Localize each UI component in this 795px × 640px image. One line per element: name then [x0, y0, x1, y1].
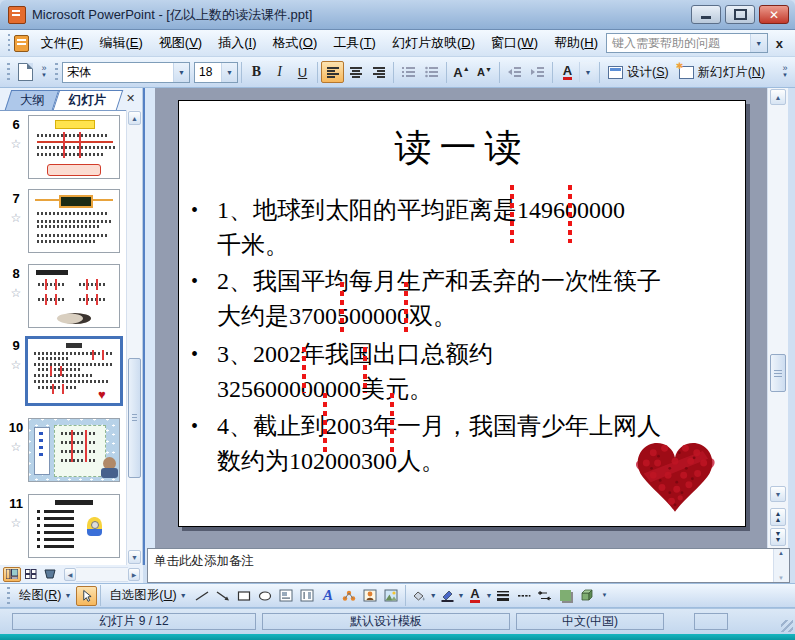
italic-button[interactable]: I	[268, 61, 291, 83]
scroll-down-icon[interactable]: ▼	[775, 575, 787, 581]
slide-canvas[interactable]: 读一读 •1、地球到太阳的平均距离是149600000 千米。 •2、我国平均每…	[178, 100, 746, 527]
insert-picture-button[interactable]	[381, 586, 402, 606]
chevron-down-icon[interactable]: ▼	[221, 63, 237, 82]
previous-slide-button[interactable]: ▲▲	[770, 508, 786, 526]
oval-tool-button[interactable]	[255, 586, 276, 606]
toolbar-overflow-icon[interactable]: ▼	[597, 584, 611, 608]
align-center-button[interactable]	[344, 61, 367, 83]
line-color-button[interactable]	[437, 586, 458, 606]
increase-font-size-button[interactable]: A▲	[450, 61, 473, 83]
font-color-button[interactable]: A	[556, 61, 579, 83]
decrease-font-size-button[interactable]: A▼	[473, 61, 496, 83]
next-slide-button[interactable]: ▼▼	[770, 528, 786, 546]
help-input[interactable]: 键入需要帮助的问题 ▼	[606, 33, 768, 53]
status-language[interactable]: 中文(中国)	[516, 613, 664, 630]
menu-insert[interactable]: 插入(I)	[210, 31, 264, 55]
align-left-button[interactable]	[321, 61, 344, 83]
underline-button[interactable]: U	[291, 61, 314, 83]
chevron-down-icon[interactable]: ▼	[486, 592, 493, 599]
panel-horizontal-scrollbar[interactable]: ◀ ▶	[64, 567, 140, 582]
bullet-item[interactable]: •1、地球到太阳的平均距离是149600000 千米。	[191, 193, 731, 263]
font-name-select[interactable]: 宋体▼	[62, 62, 190, 83]
draw-menu-button[interactable]: 绘图(R)▼	[14, 585, 76, 606]
scrollbar-thumb[interactable]	[128, 358, 141, 478]
3d-style-button[interactable]	[576, 586, 597, 606]
diagram-button[interactable]	[339, 586, 360, 606]
scrollbar-track[interactable]	[76, 567, 128, 582]
menu-view[interactable]: 视图(V)	[151, 31, 210, 55]
rectangle-tool-button[interactable]	[234, 586, 255, 606]
slide-title[interactable]: 读一读	[179, 123, 745, 173]
notes-scrollbar[interactable]: ▲ ▼	[773, 549, 789, 582]
menu-edit[interactable]: 编辑(E)	[91, 31, 150, 55]
bullet-item[interactable]: •3、2002年我国出口总额约 325600000000美元。	[191, 337, 731, 407]
toolbar-grip[interactable]	[7, 587, 10, 605]
scrollbar-thumb[interactable]	[770, 354, 786, 392]
new-presentation-button[interactable]	[14, 61, 37, 83]
decrease-indent-button[interactable]	[503, 61, 526, 83]
panel-scrollbar[interactable]: ▲ ▼	[126, 110, 142, 565]
font-size-select[interactable]: 18▼	[194, 62, 238, 83]
vertical-text-box-button[interactable]	[297, 586, 318, 606]
tab-slides[interactable]: 幻灯片	[53, 90, 123, 110]
fill-color-button[interactable]	[409, 586, 430, 606]
menu-format[interactable]: 格式(O)	[264, 31, 325, 55]
bold-button[interactable]: B	[245, 61, 268, 83]
bullet-item[interactable]: •2、我国平均每月生产和丢弃的一次性筷子 大约是3700500000双。	[191, 264, 731, 334]
scroll-up-icon[interactable]: ▲	[770, 89, 786, 105]
main-scrollbar[interactable]: ▲ ▼ ▲▲ ▼▼	[767, 88, 788, 548]
clip-art-button[interactable]	[360, 586, 381, 606]
scroll-up-icon[interactable]: ▲	[775, 550, 787, 556]
slide-show-button[interactable]	[41, 567, 59, 582]
font-color-button[interactable]: A	[465, 586, 486, 606]
scroll-up-icon[interactable]: ▲	[128, 111, 141, 125]
arrow-tool-button[interactable]	[213, 586, 234, 606]
dash-style-button[interactable]	[513, 586, 534, 606]
menu-close-button[interactable]: x	[768, 34, 791, 53]
menu-window[interactable]: 窗口(W)	[483, 31, 546, 55]
close-button[interactable]: ✕	[759, 5, 789, 24]
menu-help[interactable]: 帮助(H)	[546, 31, 606, 55]
bullet-list-button[interactable]	[420, 61, 443, 83]
scroll-down-icon[interactable]: ▼	[128, 550, 141, 564]
pane-divider[interactable]	[143, 88, 155, 565]
numbered-list-button[interactable]	[397, 61, 420, 83]
slide-thumbnail[interactable]	[28, 189, 120, 253]
arrow-style-button[interactable]	[534, 586, 555, 606]
scroll-down-icon[interactable]: ▼	[770, 486, 786, 502]
chevron-down-icon[interactable]: ▼	[750, 34, 767, 52]
menu-tools[interactable]: 工具(T)	[325, 31, 384, 55]
toolbar-grip[interactable]	[8, 34, 10, 52]
normal-view-button[interactable]	[3, 567, 21, 582]
scroll-right-icon[interactable]: ▶	[128, 568, 140, 581]
chevron-down-icon[interactable]: ▼	[173, 63, 189, 82]
chevron-down-icon[interactable]: ▼	[430, 592, 437, 599]
status-design-template[interactable]: 默认设计模板	[262, 613, 510, 630]
slide-thumbnail[interactable]	[28, 115, 120, 179]
wordart-button[interactable]: A	[318, 586, 339, 606]
shadow-style-button[interactable]	[555, 586, 576, 606]
align-right-button[interactable]	[367, 61, 390, 83]
scroll-left-icon[interactable]: ◀	[64, 568, 76, 581]
text-box-button[interactable]	[276, 586, 297, 606]
slide-thumbnail[interactable]	[28, 494, 120, 558]
chevron-down-icon[interactable]: ▼	[579, 62, 596, 82]
minimize-button[interactable]	[691, 5, 721, 24]
slide-thumbnail-selected[interactable]: ♥	[25, 336, 123, 406]
autoshapes-menu-button[interactable]: 自选图形(U)▼	[104, 585, 191, 606]
line-tool-button[interactable]	[192, 586, 213, 606]
notes-pane[interactable]: 单击此处添加备注 ▲ ▼	[147, 548, 790, 583]
toolbar-overflow-icon[interactable]: »▼	[778, 60, 792, 84]
menu-file[interactable]: 文件(F)	[33, 31, 92, 55]
notes-placeholder[interactable]: 单击此处添加备注	[154, 553, 254, 570]
chevron-down-icon[interactable]: ▼	[458, 592, 465, 599]
menu-slideshow[interactable]: 幻灯片放映(D)	[384, 31, 483, 55]
slide-thumbnail[interactable]	[28, 418, 120, 482]
design-button[interactable]: 设计(S)	[603, 62, 674, 83]
toolbar-grip[interactable]	[55, 63, 58, 81]
line-style-button[interactable]	[492, 586, 513, 606]
select-objects-button[interactable]	[76, 586, 97, 606]
slide-sorter-view-button[interactable]	[22, 567, 40, 582]
tab-outline[interactable]: 大纲	[5, 90, 59, 110]
restore-button[interactable]	[725, 5, 755, 24]
